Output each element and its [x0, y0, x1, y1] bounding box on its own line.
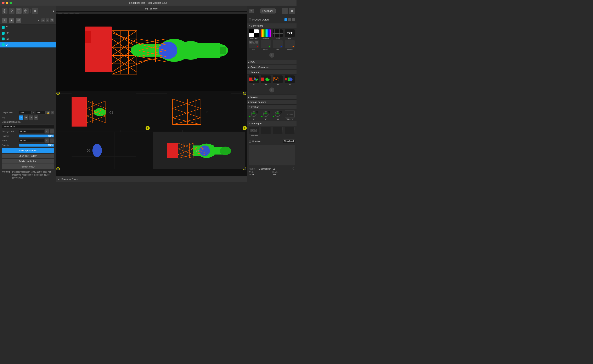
toolbar-grid-icon[interactable] — [2, 8, 7, 14]
image-item-05[interactable]: 1 05 — [260, 75, 271, 85]
image-item-02[interactable]: 1 … 02 — [248, 75, 259, 85]
scenes-bar: ▲ Scenes / Cues — [56, 176, 247, 182]
generator-text[interactable]: TXT Text — [284, 29, 295, 39]
svg-rect-137 — [261, 78, 264, 81]
generator-testcard[interactable]: TestCard — [248, 29, 259, 39]
toolbar-gear-icon[interactable] — [32, 8, 38, 14]
layer-item-02[interactable]: 02 — [0, 30, 56, 36]
view-btn-list[interactable] — [285, 18, 287, 21]
layer-item-03[interactable]: 03 — [0, 36, 56, 42]
live-input-empty-1 — [260, 127, 271, 137]
grid-view-button[interactable]: ⊞ — [50, 19, 54, 22]
preview-dropdown[interactable]: Thumbnail — [283, 139, 295, 143]
close-button[interactable] — [2, 2, 5, 4]
preview-checkbox[interactable] — [249, 140, 251, 143]
feedback-button[interactable]: Feedback — [260, 8, 276, 13]
generator-colorpalette[interactable]: ColorPatte... — [260, 29, 271, 39]
generator-green-thumb — [261, 40, 271, 48]
right-dropdown-button[interactable]: ▼ — [249, 9, 254, 13]
mask-refresh-button[interactable]: ↻ — [45, 138, 49, 143]
flip-r-button[interactable]: R — [34, 116, 38, 120]
generator-igrid[interactable]: iGrid — [272, 29, 283, 39]
images-section-header[interactable]: ▼ Images — [247, 70, 297, 75]
toolbar-cube-icon[interactable] — [23, 8, 29, 14]
right-grid-view-button[interactable] — [289, 8, 295, 14]
desktop-window-button[interactable]: Desktop Window — [2, 148, 54, 153]
flip-h-button[interactable]: H — [24, 116, 28, 120]
facetime-thumb — [249, 127, 259, 134]
generator-blue[interactable]: blue — [272, 40, 283, 50]
isfs-section-header[interactable]: ▶ ISFs — [247, 60, 297, 65]
preview-output-bar: Preview Output — [247, 16, 297, 23]
layer-item-04[interactable]: 04 — [0, 42, 56, 48]
syphon-item-02[interactable]: 1 02 — [260, 110, 271, 120]
add-layer-button[interactable]: + — [38, 19, 39, 22]
toolbar-lightbulb-icon[interactable] — [9, 8, 14, 14]
info-icon[interactable]: ⓘ — [293, 167, 295, 170]
warning-prefix: Warning: — [2, 171, 11, 173]
layer-name-03: 03 — [6, 38, 8, 40]
output-height-input[interactable] — [35, 111, 46, 114]
background-label: Background — [2, 130, 18, 133]
toolbar-display-icon[interactable] — [16, 8, 22, 14]
output-width-input[interactable] — [19, 111, 32, 114]
background-refresh-button[interactable]: ↻ — [45, 129, 49, 134]
live-input-section-header[interactable]: ▼ Live Input — [247, 121, 297, 126]
images-add-button[interactable]: + — [269, 87, 274, 92]
background-select[interactable]: None — [19, 130, 44, 133]
live-input-empty-thumb-3 — [285, 127, 295, 134]
output-destination-select[interactable]: Colour LCD — [2, 124, 54, 128]
syphon-item-01[interactable]: 1 01 — [248, 110, 259, 120]
collapse-icon[interactable]: ◀ — [52, 10, 54, 13]
generators-section-header[interactable]: ▼ Generators — [247, 23, 297, 28]
expand-button[interactable]: ⤢ — [46, 19, 49, 22]
top-toolbar: ◀ — [0, 6, 56, 16]
syphon-section-header[interactable]: ▼ Syphon — [247, 104, 297, 110]
svg-rect-119 — [284, 10, 286, 10]
lock-button[interactable]: 🔒 — [46, 111, 50, 114]
maximize-button[interactable] — [10, 2, 12, 4]
svg-rect-122 — [291, 10, 292, 11]
minimize-button[interactable] — [6, 2, 8, 4]
mask-load-button[interactable]: ↓ — [50, 138, 54, 143]
flip-v-button[interactable]: V — [29, 116, 33, 120]
publish-syphon-button[interactable]: Publish to Syphon — [2, 159, 54, 163]
pause-button[interactable]: ⏸ — [2, 18, 7, 23]
stop-button[interactable]: ⏹ — [9, 18, 14, 23]
background-opacity-bar[interactable]: 100% — [19, 135, 54, 137]
generator-red[interactable]: ◀ 1 red — [248, 40, 259, 50]
output-grid-border: ✛ ✛ — [58, 93, 245, 169]
main-layout: ◀ ⏸ ⏹ ⓘ + − ⤢ ⊞ 01 02 — [0, 6, 297, 182]
syphon-title: Syphon — [251, 106, 259, 108]
show-test-pattern-button[interactable]: Show Test Pattern — [2, 154, 54, 158]
preview-output-checkbox[interactable] — [249, 19, 251, 21]
live-input-facetime[interactable]: FaceTime — [248, 127, 259, 137]
image-folders-section-header[interactable]: ▶ Image Folders — [247, 99, 297, 104]
movies-section-header[interactable]: ▶ Movies — [247, 95, 297, 99]
image-item-03[interactable]: 1 03 — [272, 75, 283, 85]
syphon-item-03[interactable]: 1 03 — [272, 110, 283, 120]
mask-opacity-bar[interactable]: 100% — [19, 144, 54, 147]
quartz-section-header[interactable]: ▶ Quartz Composer — [247, 65, 297, 70]
layer-item-01[interactable]: 01 — [0, 25, 56, 30]
generator-orange[interactable]: orange — [284, 40, 295, 50]
preview-view-controls — [285, 18, 295, 21]
images-add-row: + — [247, 87, 297, 93]
generators-arrow: ▼ — [248, 25, 250, 27]
minus-button[interactable]: − — [41, 19, 45, 22]
generators-add-button[interactable]: + — [269, 53, 274, 58]
right-list-view-button[interactable] — [282, 8, 288, 14]
publish-ndi-button[interactable]: Publish to NDI — [2, 164, 54, 169]
view-btn-grid[interactable] — [292, 18, 295, 21]
generator-green[interactable]: green — [260, 40, 271, 50]
info-button[interactable]: ⓘ — [16, 18, 21, 23]
view-btn-detail[interactable] — [288, 18, 291, 21]
flip-f-button[interactable]: F — [19, 116, 23, 120]
mask-select[interactable]: None — [19, 139, 44, 143]
fullscreen-button[interactable]: ⤢ — [51, 111, 54, 114]
layer-name-04: 04 — [6, 43, 8, 46]
background-load-button[interactable]: ↓ — [50, 129, 54, 134]
image-item-04[interactable]: 1 04 — [284, 75, 295, 85]
scenes-arrow-icon[interactable]: ▲ — [58, 178, 60, 181]
syphon-item-offline[interactable]: OFFLINE OFFLINE — [284, 110, 295, 120]
